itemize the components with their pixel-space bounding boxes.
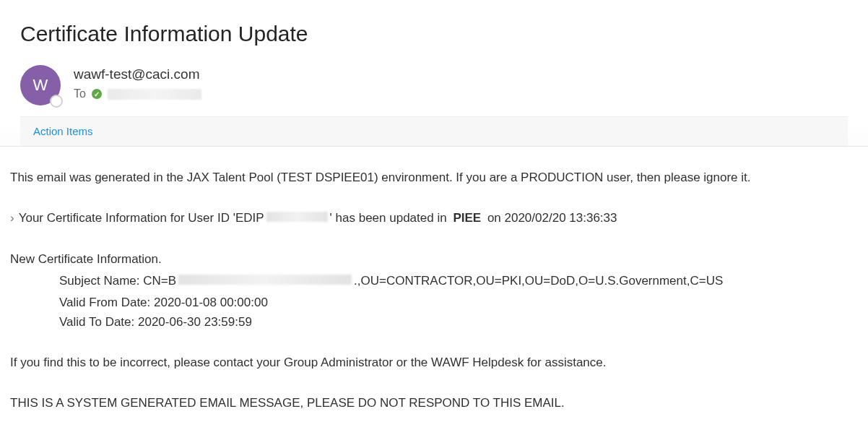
valid-from: Valid From Date: 2020-01-08 00:00:00 [59,293,858,312]
email-body: This email was generated in the JAX Tale… [0,147,868,422]
sender-row: W wawf-test@caci.com To ✓ [20,65,848,106]
check-icon: ✓ [92,89,102,99]
user-id-redacted [266,212,328,222]
subject-name-suffix: .,OU=CONTRACTOR,OU=PKI,OU=DoD,O=U.S.Gove… [354,272,723,290]
new-cert-block: New Certificate Information. Subject Nam… [10,250,858,332]
email-header: Certificate Information Update W wawf-te… [0,0,868,147]
bullet-icon: › [10,209,14,228]
recipient-redacted [108,89,201,100]
subject-name-redacted [178,275,352,285]
subject-name-label: Subject Name: CN=B [59,272,176,290]
avatar-initial: W [33,76,48,95]
incorrect-notice: If you find this to be incorrect, please… [10,353,858,372]
system-name: PIEE [453,209,481,228]
system-notice: THIS IS A SYSTEM GENERATED EMAIL MESSAGE… [10,394,858,413]
email-viewer: Certificate Information Update W wawf-te… [0,0,868,422]
email-subject: Certificate Information Update [20,22,848,46]
presence-icon [50,95,63,108]
valid-to: Valid To Date: 2020-06-30 23:59:59 [59,313,858,332]
cert-details: Subject Name: CN=B .,OU=CONTRACTOR,OU=PK… [10,272,858,332]
action-items-link[interactable]: Action Items [33,125,93,137]
cert-update-line: › Your Certificate Information for User … [10,209,858,228]
env-notice: This email was generated in the JAX Tale… [10,168,858,187]
sender-info: wawf-test@caci.com To ✓ [74,65,201,100]
to-label: To [74,87,86,100]
cert-line-prefix: Your Certificate Information for User ID… [19,209,264,228]
action-items-bar: Action Items [20,116,848,146]
cert-line-timestamp: on 2020/02/20 13:36:33 [487,209,617,228]
new-cert-title: New Certificate Information. [10,250,858,269]
subject-name-row: Subject Name: CN=B .,OU=CONTRACTOR,OU=PK… [59,272,858,290]
avatar-wrap: W [20,65,61,106]
sender-email: wawf-test@caci.com [74,66,201,82]
to-line: To ✓ [74,87,201,100]
cert-line-after-prefix: ' has been updated in [330,209,447,228]
